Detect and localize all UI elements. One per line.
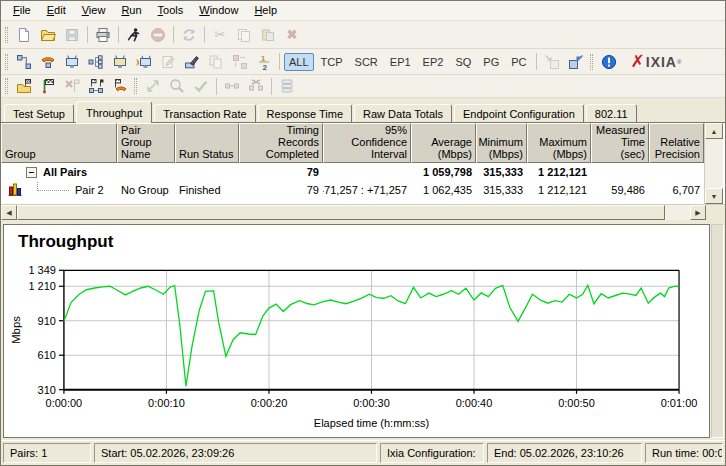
new-document-icon[interactable] [12, 24, 36, 45]
x-tick-label: 0:00:40 [456, 397, 493, 409]
filter-tcp-button[interactable]: TCP [316, 53, 348, 71]
tab-test-setup[interactable]: Test Setup [4, 104, 74, 122]
scroll-right-icon[interactable]: ▶ [690, 205, 706, 220]
horizontal-scrollbar[interactable]: ◀ ▶ [1, 204, 725, 220]
network-flags-icon[interactable] [84, 76, 108, 97]
y-tick-label: 1 210 [28, 280, 55, 292]
open-folder-icon[interactable] [36, 24, 60, 45]
menu-edit[interactable]: Edit [39, 2, 74, 19]
menu-window[interactable]: Window [191, 2, 246, 19]
link-pairs-icon [220, 76, 244, 97]
filter-ep1-button[interactable]: EP1 [385, 53, 416, 71]
menu-run[interactable]: Run [113, 2, 149, 19]
toolbar-gripper[interactable] [5, 54, 8, 70]
cut-icon: ✂ [208, 24, 232, 45]
filter-pc-button[interactable]: PC [506, 53, 531, 71]
collapse-toggle-icon[interactable] [26, 167, 37, 178]
toolbar-gripper[interactable] [5, 78, 8, 94]
column-header-average-mbps-[interactable]: Average (Mbps) [411, 123, 476, 163]
hardware-pair-icon[interactable] [60, 51, 84, 72]
run-test-icon[interactable] [122, 24, 146, 45]
voip-flag-icon[interactable] [108, 76, 132, 97]
filter-ep2-button[interactable]: EP2 [418, 53, 449, 71]
y-tick-label: 610 [38, 349, 56, 361]
filter-pg-button[interactable]: PG [478, 53, 504, 71]
tab-802-11[interactable]: 802.11 [586, 104, 637, 122]
toolbar-gripper[interactable] [590, 54, 593, 70]
toolbar-separator [536, 53, 537, 70]
run-flag-icon[interactable] [36, 76, 60, 97]
column-header-timing-records-completed[interactable]: Timing Records Completed [239, 123, 323, 163]
cell-minimum-mbps-: 315,333 [476, 181, 527, 199]
import-results-icon [540, 51, 564, 72]
group-label: All Pairs [43, 166, 87, 178]
menu-file[interactable]: File [5, 2, 39, 19]
toolbar-separator [118, 26, 119, 43]
x-axis-label: Elapsed time (h:mm:ss) [314, 417, 430, 429]
renumber-pairs-icon[interactable]: 12 [252, 51, 276, 72]
print-icon[interactable] [91, 24, 115, 45]
filter-all-button[interactable]: ALL [284, 53, 314, 71]
tab-throughput[interactable]: Throughput [76, 101, 152, 123]
horizontal-scroll-thumb[interactable] [17, 205, 665, 220]
column-header-group[interactable]: Group [1, 123, 117, 163]
swap-endpoints-icon [228, 51, 252, 72]
edit-run-options-icon[interactable] [180, 51, 204, 72]
voip-hardware-pair-icon[interactable] [132, 51, 156, 72]
cell-maximum-mbps-: 1 212,121 [527, 163, 591, 181]
menu-view[interactable]: View [74, 2, 114, 19]
zoom-results-icon [165, 76, 189, 97]
x-tick-label: 0:00:30 [353, 397, 390, 409]
menu-help[interactable]: Help [246, 2, 285, 19]
toolbar-separator [279, 53, 280, 70]
column-header-maximum-mbps-[interactable]: Maximum (Mbps) [527, 123, 591, 163]
cell-timing-records-completed: 79 [239, 181, 323, 199]
tab-raw-data-totals[interactable]: Raw Data Totals [354, 104, 452, 122]
ixia-x-mark: ✗ [631, 54, 645, 69]
scroll-left-icon[interactable]: ◀ [1, 205, 17, 220]
cell-measured-time-sec-: 59,486 [591, 181, 649, 199]
toolbar-gripper[interactable] [5, 27, 8, 43]
cell-run-status [175, 163, 239, 181]
hardware-performance-pair-icon[interactable] [108, 51, 132, 72]
folder-flag-icon[interactable] [12, 76, 36, 97]
voip-pair-icon[interactable] [36, 51, 60, 72]
filter-scr-button[interactable]: SCR [350, 53, 383, 71]
table-row-all-pairs[interactable]: All Pairs791 059,798315,3331 212,121 [1, 163, 704, 181]
status-run-time: Run time: 00:01:00 [645, 443, 723, 463]
column-header-minimum-mbps-[interactable]: Minimum (Mbps) [476, 123, 527, 163]
refresh-icon [177, 24, 201, 45]
vertical-scrollbar[interactable]: ▲ ▼ [704, 123, 723, 204]
menu-tools[interactable]: Tools [150, 2, 192, 19]
column-header-relative-precision[interactable]: Relative Precision [649, 123, 704, 163]
column-header-run-status[interactable]: Run Status [175, 123, 239, 163]
column-header-measured-time-sec-[interactable]: Measured Time (sec) [591, 123, 649, 163]
column-header-pair-group-name[interactable]: Pair Group Name [117, 123, 175, 163]
tab-endpoint-configuration[interactable]: Endpoint Configuration [454, 104, 584, 122]
results-table-panel: GroupPair Group NameRun StatusTiming Rec… [1, 122, 725, 220]
cell-timing-records-completed: 79 [239, 163, 323, 181]
filter-sq-button[interactable]: SQ [450, 53, 476, 71]
cell-run-status: Finished [175, 181, 239, 199]
copy-icon [232, 24, 256, 45]
toolbar-separator [204, 26, 205, 43]
horizontal-scroll-track[interactable] [667, 205, 690, 220]
scroll-up-icon[interactable]: ▲ [705, 123, 723, 139]
multicast-group-icon[interactable] [84, 51, 108, 72]
tab-transaction-rate[interactable]: Transaction Rate [154, 104, 255, 122]
cell-95-confidence-interval: -71,257 : +71,257 [323, 181, 411, 199]
results-tab-strip: Test SetupThroughputTransaction RateResp… [1, 98, 725, 122]
cell-relative-precision: 6,707 [649, 181, 704, 199]
toolbar-gripper[interactable] [134, 78, 137, 94]
scroll-down-icon[interactable]: ▼ [705, 188, 723, 204]
pair-label: Pair 2 [75, 184, 104, 196]
endpoint-pair-icon[interactable] [12, 51, 36, 72]
export-results-icon[interactable] [564, 51, 588, 72]
table-row-pair[interactable]: Pair 2No GroupFinished79-71,257 : +71,25… [1, 181, 704, 199]
column-header-95-confidence-interval[interactable]: 95% Confidence Interval [323, 123, 411, 163]
ixchariot-window: FileEditViewRunToolsWindowHelp ✂✖ 12ALLT… [0, 0, 726, 466]
about-info-icon[interactable] [597, 51, 621, 72]
vertical-scroll-track[interactable] [705, 139, 723, 188]
tab-response-time[interactable]: Response Time [258, 104, 352, 122]
svg-text:2: 2 [263, 62, 268, 70]
